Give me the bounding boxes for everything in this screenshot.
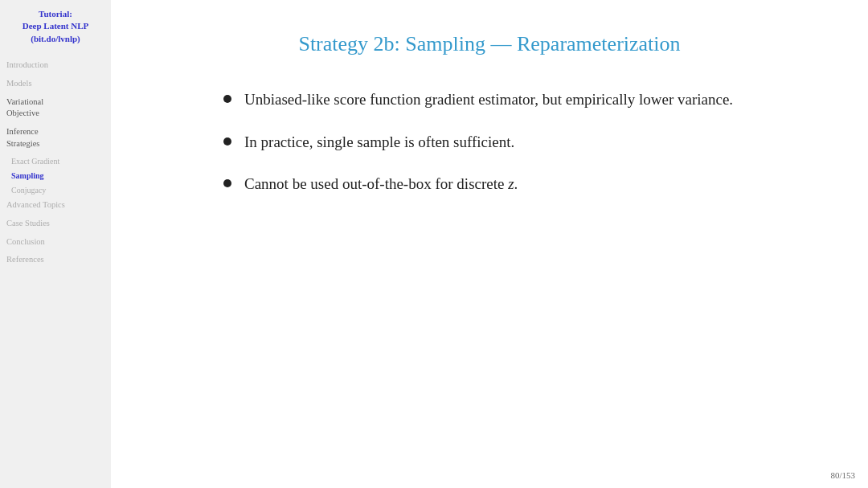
sidebar-item-models[interactable]: Models bbox=[6, 78, 104, 90]
bullet-dot-2 bbox=[223, 137, 231, 146]
slide-title: Strategy 2b: Sampling — Reparameterizati… bbox=[175, 32, 804, 56]
sidebar-item-advanced-topics[interactable]: Advanced Topics bbox=[6, 199, 104, 211]
bullet-item-1: Unbiased-like score function gradient es… bbox=[223, 88, 804, 112]
sidebar-item-references[interactable]: References bbox=[6, 254, 104, 266]
sidebar-item-sampling[interactable]: Sampling bbox=[11, 170, 104, 182]
sidebar-title: Tutorial: Deep Latent NLP (bit.do/lvnlp) bbox=[6, 8, 104, 45]
bullet-item-3: Cannot be used out-of-the-box for discre… bbox=[223, 173, 804, 196]
bullet-text-2: In practice, single sample is often suff… bbox=[244, 131, 804, 154]
bullet-text-3-suffix: . bbox=[514, 175, 518, 192]
sidebar-item-exact-gradient[interactable]: Exact Gradient bbox=[11, 156, 104, 167]
sidebar-item-conclusion[interactable]: Conclusion bbox=[6, 236, 104, 248]
sidebar-item-variational-objective[interactable]: VariationalObjective bbox=[6, 96, 104, 120]
sidebar-item-inference-strategies[interactable]: InferenceStrategies bbox=[6, 126, 104, 150]
bullet-text-3-prefix: Cannot be used out-of-the-box for discre… bbox=[244, 175, 508, 192]
sidebar-item-conjugacy[interactable]: Conjugacy bbox=[11, 185, 104, 196]
bullet-list: Unbiased-like score function gradient es… bbox=[223, 88, 804, 215]
main-content: Strategy 2b: Sampling — Reparameterizati… bbox=[111, 0, 868, 488]
bullet-item-2: In practice, single sample is often suff… bbox=[223, 131, 804, 154]
bullet-text-3: Cannot be used out-of-the-box for discre… bbox=[244, 173, 804, 196]
sidebar: Tutorial: Deep Latent NLP (bit.do/lvnlp)… bbox=[0, 0, 111, 488]
page-number: 80/153 bbox=[830, 470, 855, 480]
bullet-dot-3 bbox=[223, 179, 231, 187]
sidebar-item-case-studies[interactable]: Case Studies bbox=[6, 218, 104, 230]
bullet-text-3-z: z bbox=[508, 175, 514, 192]
sidebar-item-introduction[interactable]: Introduction bbox=[6, 59, 104, 72]
bullet-dot-1 bbox=[223, 95, 231, 103]
bullet-text-1: Unbiased-like score function gradient es… bbox=[244, 88, 804, 112]
